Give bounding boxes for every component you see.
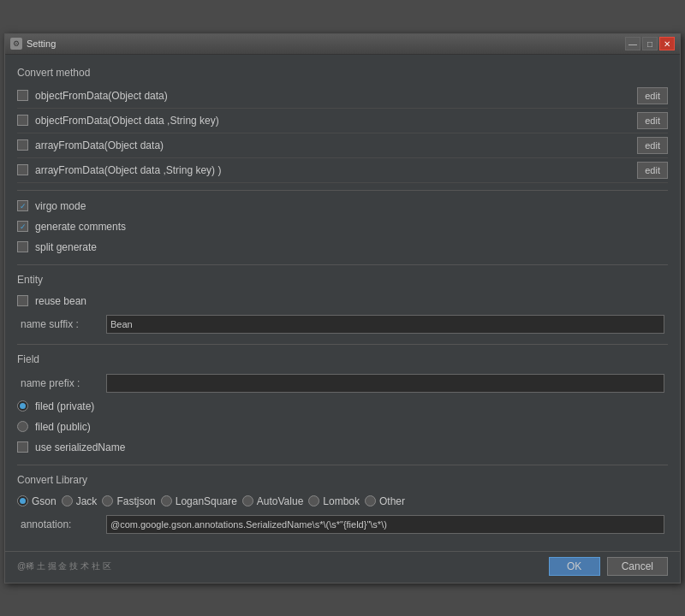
library-radio-other[interactable] [365, 495, 376, 506]
name-suffix-row: name suffix : [17, 311, 668, 337]
name-prefix-input[interactable] [106, 374, 664, 393]
entity-section: Entity reuse bean name suffix : [17, 264, 668, 337]
main-content: Convert method objectFromData(Object dat… [5, 55, 680, 546]
close-button[interactable]: ✕ [659, 37, 675, 50]
reuse-bean-label: reuse bean [35, 295, 86, 307]
library-option-jack[interactable]: Jack [62, 495, 98, 507]
method-row: arrayFromData(Object data) edit [17, 133, 668, 158]
title-bar-controls: — □ ✕ [625, 37, 675, 50]
edit-button-3[interactable]: edit [637, 162, 668, 179]
library-option-lombok[interactable]: Lombok [308, 495, 360, 507]
method-row: arrayFromData(Object data ,String key) )… [17, 158, 668, 183]
annotation-input[interactable] [106, 515, 664, 534]
watermark: @稀 土 掘 金 技 术 社 区 [17, 560, 111, 572]
library-radio-autovalue[interactable] [242, 495, 253, 506]
filed-public-label: filed (public) [35, 421, 91, 433]
convert-method-label: Convert method [17, 67, 668, 79]
methods-list: objectFromData(Object data) edit objectF… [17, 84, 668, 183]
annotation-label: annotation: [21, 518, 98, 530]
split-generate-checkbox[interactable] [17, 241, 28, 252]
library-option-other[interactable]: Other [365, 495, 405, 507]
library-label-fastjson: Fastjson [116, 495, 155, 507]
library-label-lombok: Lombok [323, 495, 360, 507]
filed-public-row: filed (public) [17, 417, 668, 437]
method-checkbox-3[interactable] [17, 164, 28, 175]
generate-comments-row: generate comments [17, 216, 668, 237]
virgo-mode-checkbox[interactable] [17, 200, 28, 211]
method-checkbox-1[interactable] [17, 115, 28, 126]
generate-comments-label: generate comments [35, 221, 126, 233]
filed-private-radio[interactable] [17, 400, 28, 412]
method-text-1: objectFromData(Object data ,String key) [35, 115, 219, 127]
method-checkbox-2[interactable] [17, 139, 28, 151]
field-label: Field [17, 353, 668, 365]
name-prefix-row: name prefix : [17, 370, 668, 396]
window-icon: ⚙ [10, 38, 22, 50]
library-radio-gson[interactable] [17, 495, 28, 506]
use-serialized-name-checkbox[interactable] [17, 441, 28, 453]
reuse-bean-row: reuse bean [17, 291, 668, 311]
generate-comments-checkbox[interactable] [17, 221, 28, 232]
method-left: objectFromData(Object data) [17, 90, 168, 102]
use-serialized-name-row: use serializedName [17, 437, 668, 458]
annotation-row: annotation: [17, 512, 668, 537]
entity-label: Entity [17, 274, 668, 286]
library-option-logansquare[interactable]: LoganSquare [161, 495, 237, 507]
method-left: objectFromData(Object data ,String key) [17, 115, 219, 127]
window-title: Setting [27, 38, 56, 49]
convert-library-section: Convert Library Gson Jack Fastjson Logan… [17, 465, 668, 537]
split-generate-row: split generate [17, 237, 668, 258]
method-text-2: arrayFromData(Object data) [35, 139, 164, 151]
library-radio-logansquare[interactable] [161, 495, 172, 506]
virgo-mode-row: virgo mode [17, 196, 668, 216]
library-option-gson[interactable]: Gson [17, 495, 57, 507]
filed-private-row: filed (private) [17, 396, 668, 417]
library-radio-lombok[interactable] [308, 495, 319, 506]
title-bar-left: ⚙ Setting [10, 38, 56, 50]
settings-window: ⚙ Setting — □ ✕ Convert method objectFro… [4, 33, 681, 583]
library-label-jack: Jack [76, 495, 98, 507]
options-section: virgo mode generate comments split gener… [17, 190, 668, 258]
library-radio-jack[interactable] [62, 495, 73, 506]
library-option-fastjson[interactable]: Fastjson [102, 495, 155, 507]
virgo-mode-label: virgo mode [35, 200, 86, 212]
edit-button-0[interactable]: edit [637, 87, 668, 104]
library-label-gson: Gson [32, 495, 57, 507]
name-suffix-label: name suffix : [21, 318, 98, 330]
library-radio-fastjson[interactable] [102, 495, 113, 506]
method-checkbox-0[interactable] [17, 90, 28, 101]
field-section: Field name prefix : filed (private) file… [17, 344, 668, 458]
maximize-button[interactable]: □ [642, 37, 658, 50]
library-label-logansquare: LoganSquare [176, 495, 237, 507]
library-option-autovalue[interactable]: AutoValue [242, 495, 304, 507]
name-prefix-label: name prefix : [21, 377, 98, 389]
cancel-button[interactable]: Cancel [607, 557, 668, 576]
reuse-bean-checkbox[interactable] [17, 295, 28, 306]
filed-public-radio[interactable] [17, 421, 28, 432]
ok-button[interactable]: OK [549, 557, 600, 576]
method-text-0: objectFromData(Object data) [35, 90, 168, 102]
method-left: arrayFromData(Object data ,String key) ) [17, 164, 221, 176]
convert-library-label: Convert Library [17, 474, 668, 486]
use-serialized-name-label: use serializedName [35, 441, 125, 453]
footer: @稀 土 掘 金 技 术 社 区 OK Cancel [5, 551, 680, 583]
library-label-other: Other [379, 495, 405, 507]
name-suffix-input[interactable] [106, 315, 664, 334]
split-generate-label: split generate [35, 241, 97, 253]
method-row: objectFromData(Object data ,String key) … [17, 109, 668, 133]
library-options-row: Gson Jack Fastjson LoganSquare AutoValue… [17, 491, 668, 512]
method-text-3: arrayFromData(Object data ,String key) ) [35, 164, 221, 176]
edit-button-1[interactable]: edit [637, 112, 668, 129]
minimize-button[interactable]: — [625, 37, 640, 50]
library-label-autovalue: AutoValue [257, 495, 304, 507]
method-left: arrayFromData(Object data) [17, 139, 164, 151]
method-row: objectFromData(Object data) edit [17, 84, 668, 109]
filed-private-label: filed (private) [35, 400, 94, 412]
title-bar: ⚙ Setting — □ ✕ [5, 34, 680, 55]
edit-button-2[interactable]: edit [637, 137, 668, 154]
